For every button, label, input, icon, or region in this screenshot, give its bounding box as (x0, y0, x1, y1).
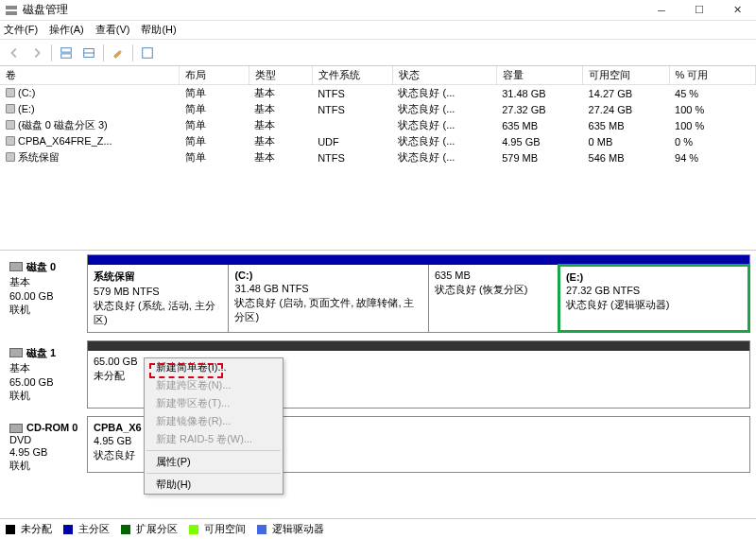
disk-state: 联机 (9, 303, 81, 317)
disk-info: 磁盘 0 基本 60.00 GB 联机 (0, 254, 87, 333)
menu-file[interactable]: 文件(F) (4, 23, 38, 37)
nav-forward-button[interactable] (26, 43, 47, 63)
close-button[interactable]: ✕ (718, 0, 756, 21)
partition-status: 状态良好 (逻辑驱动器) (566, 298, 742, 312)
partition-name: (E:) (566, 271, 742, 283)
menu-help[interactable]: 帮助(H) (141, 23, 176, 37)
legend-label: 逻辑驱动器 (272, 522, 324, 536)
disk-info: 磁盘 1 基本 65.00 GB 联机 (0, 340, 87, 409)
partition-name: (C:) (234, 270, 421, 281)
disk-stripe (88, 255, 749, 265)
disk-icon (9, 348, 23, 357)
toolbar-view-bottom[interactable] (78, 43, 99, 63)
highlight-box (149, 363, 223, 378)
disk-icon (9, 262, 23, 271)
context-menu-item[interactable]: 属性(P) (145, 453, 283, 471)
disk-state: 联机 (9, 459, 81, 473)
disk-label: CD-ROM 0 (26, 422, 77, 433)
context-menu-item: 新建带区卷(T)... (145, 394, 283, 412)
context-menu-item: 新建跨区卷(N)... (145, 376, 283, 394)
legend-swatch (257, 525, 266, 534)
volume-table[interactable]: 卷布局类型文件系统状态容量可用空间% 可用 (C:)简单基本NTFS状态良好 (… (0, 66, 756, 165)
volume-icon (6, 120, 15, 130)
partition-status: 状态良好 (恢复分区) (435, 283, 552, 297)
volume-icon (6, 152, 15, 162)
disk-size: 65.00 GB (9, 376, 81, 388)
app-icon (4, 3, 19, 18)
disk-kind: 基本 (9, 361, 81, 375)
disk-size: 4.95 GB (9, 446, 81, 458)
partition-status: 状态良好 (启动, 页面文件, 故障转储, 主分区) (234, 296, 421, 324)
legend-swatch (189, 525, 198, 534)
partition[interactable]: (E:)27.32 GB NTFS状态良好 (逻辑驱动器) (558, 265, 749, 332)
disk-graphical: 系统保留579 MB NTFS状态良好 (系统, 活动, 主分区)(C:)31.… (87, 254, 750, 333)
toolbar-help-button[interactable] (137, 43, 158, 63)
disk-row: 磁盘 0 基本 60.00 GB 联机系统保留579 MB NTFS状态良好 (… (0, 254, 750, 333)
minimize-button[interactable]: ─ (643, 0, 680, 21)
disk-label: 磁盘 1 (26, 346, 56, 360)
column-header[interactable]: 文件系统 (312, 66, 392, 85)
svg-rect-6 (143, 47, 153, 58)
partition-size: 31.48 GB NTFS (234, 283, 421, 294)
menu-view[interactable]: 查看(V) (95, 23, 130, 37)
column-header[interactable]: % 可用 (669, 66, 755, 85)
volume-list-pane: 卷布局类型文件系统状态容量可用空间% 可用 (C:)简单基本NTFS状态良好 (… (0, 66, 756, 251)
legend-label: 未分配 (21, 522, 52, 536)
disk-kind: 基本 (9, 275, 81, 289)
column-header[interactable]: 状态 (392, 66, 496, 85)
table-row[interactable]: CPBA_X64FRE_Z...简单基本UDF状态良好 (...4.95 GB0… (0, 133, 756, 149)
toolbar-view-top[interactable] (56, 43, 77, 63)
disk-icon (9, 424, 23, 433)
partition-size: 27.32 GB NTFS (566, 285, 742, 296)
partition-size: 579 MB NTFS (94, 286, 222, 297)
graphical-pane: 磁盘 0 基本 60.00 GB 联机系统保留579 MB NTFS状态良好 (… (0, 251, 756, 518)
partition[interactable]: 635 MB状态良好 (恢复分区) (429, 265, 558, 332)
context-menu-item[interactable]: 帮助(H) (145, 476, 283, 494)
partition[interactable]: (C:)31.48 GB NTFS状态良好 (启动, 页面文件, 故障转储, 主… (229, 265, 428, 332)
svg-rect-1 (6, 11, 17, 15)
legend-swatch (63, 525, 73, 534)
legend-swatch (6, 525, 15, 534)
menubar: 文件(F) 操作(A) 查看(V) 帮助(H) (0, 21, 756, 40)
disk-label: 磁盘 0 (26, 260, 56, 274)
toolbar-action-button[interactable] (108, 43, 129, 63)
column-header[interactable]: 容量 (496, 66, 582, 85)
legend-label: 主分区 (78, 522, 110, 536)
disk-state: 联机 (9, 389, 81, 403)
menu-action[interactable]: 操作(A) (49, 23, 84, 37)
table-row[interactable]: 系统保留简单基本NTFS状态良好 (...579 MB546 MB94 % (0, 149, 756, 165)
titlebar: 磁盘管理 ─ ☐ ✕ (0, 0, 756, 21)
volume-icon (6, 136, 15, 146)
table-row[interactable]: (C:)简单基本NTFS状态良好 (...31.48 GB14.27 GB45 … (0, 85, 756, 102)
partition-status: 状态良好 (系统, 活动, 主分区) (94, 299, 222, 327)
column-header[interactable]: 可用空间 (583, 66, 669, 85)
disk-info: CD-ROM 0 DVD 4.95 GB 联机 (0, 416, 87, 473)
nav-back-button[interactable] (4, 43, 25, 63)
disk-stripe (88, 341, 749, 351)
column-header[interactable]: 布局 (180, 66, 249, 85)
volume-icon (6, 104, 15, 113)
window-title: 磁盘管理 (23, 2, 68, 18)
svg-rect-3 (61, 53, 72, 57)
column-header[interactable]: 卷 (0, 66, 180, 85)
table-row[interactable]: (E:)简单基本NTFS状态良好 (...27.32 GB27.24 GB100… (0, 101, 756, 117)
legend-label: 扩展分区 (136, 522, 178, 536)
legend: 未分配主分区扩展分区可用空间逻辑驱动器 (0, 518, 756, 539)
context-menu-item: 新建镜像卷(R)... (145, 412, 283, 430)
partition-size: 635 MB (435, 270, 552, 281)
table-row[interactable]: (磁盘 0 磁盘分区 3)简单基本状态良好 (...635 MB635 MB10… (0, 117, 756, 133)
svg-rect-0 (6, 6, 17, 9)
maximize-button[interactable]: ☐ (680, 0, 718, 21)
disk-row: 磁盘 1 基本 65.00 GB 联机65.00 GB未分配 (0, 340, 750, 409)
disk-row: CD-ROM 0 DVD 4.95 GB 联机CPBA_X64.95 GB状态良… (0, 416, 750, 473)
column-header[interactable]: 类型 (249, 66, 312, 85)
legend-swatch (121, 525, 130, 534)
legend-label: 可用空间 (204, 522, 246, 536)
disk-kind: DVD (9, 434, 81, 445)
partition[interactable]: 系统保留579 MB NTFS状态良好 (系统, 活动, 主分区) (88, 265, 229, 332)
toolbar (0, 40, 756, 66)
svg-rect-2 (61, 47, 72, 51)
context-menu-item: 新建 RAID-5 卷(W)... (145, 430, 283, 448)
disk-size: 60.00 GB (9, 290, 81, 302)
partition-name: 系统保留 (94, 270, 222, 284)
